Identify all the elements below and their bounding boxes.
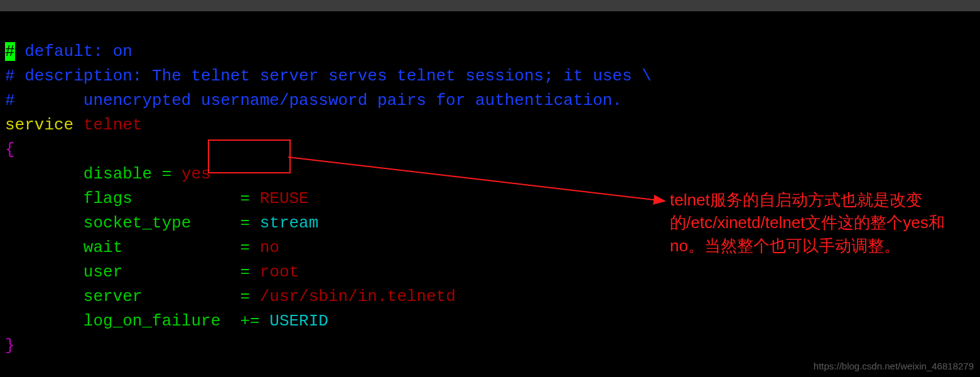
config-user: user = root <box>5 263 299 281</box>
config-flags: flags = REUSE <box>5 189 309 208</box>
hash-icon: # <box>5 42 15 61</box>
config-socket-type: socket_type = stream <box>5 214 318 232</box>
terminal-editor-content[interactable]: # default: on # description: The telnet … <box>0 11 980 362</box>
config-server: server = /usr/sbin/in.telnetd <box>5 287 456 306</box>
config-wait: wait = no <box>5 238 279 257</box>
config-disable: disable = yes <box>5 165 211 183</box>
comment-line-1: # default: on <box>5 42 132 61</box>
close-brace: } <box>5 336 15 355</box>
comment-line-3: # unencrypted username/password pairs fo… <box>5 91 622 110</box>
open-brace: { <box>5 140 15 159</box>
annotation-text: telnet服务的自启动方式也就是改变的/etc/xinetd/telnet文件… <box>670 188 959 257</box>
comment-line-2: # description: The telnet server serves … <box>5 67 652 85</box>
service-declaration: service telnet <box>5 116 142 134</box>
window-titlebar <box>0 0 980 11</box>
watermark-text: https://blog.csdn.net/weixin_46818279 <box>814 359 974 374</box>
config-log-on-failure: log_on_failure += USERID <box>5 312 328 331</box>
